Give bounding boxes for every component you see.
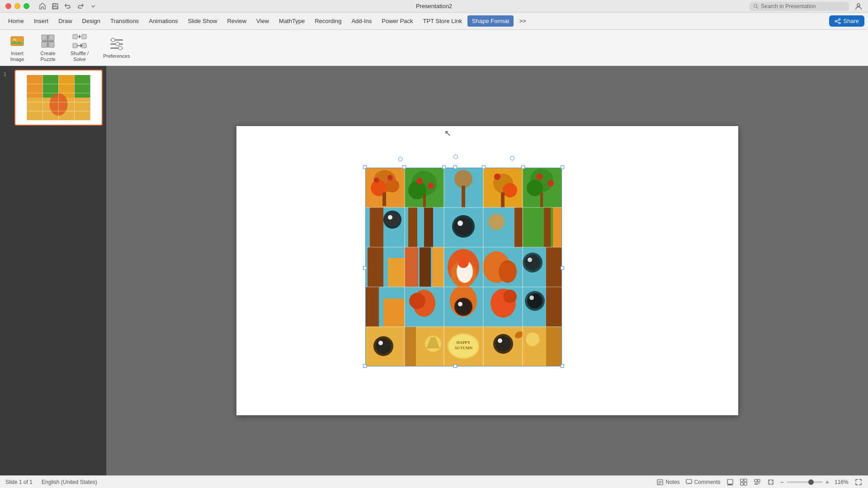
fit-icon[interactable] <box>767 478 775 486</box>
svg-point-75 <box>385 212 400 227</box>
svg-rect-164 <box>727 479 733 484</box>
toolbar-create-puzzle[interactable]: CreatePuzzle <box>36 30 60 65</box>
menu-more[interactable]: >> <box>514 15 530 27</box>
search-placeholder: Search in Presentation <box>761 3 816 9</box>
svg-rect-94 <box>405 247 418 287</box>
handle-tm[interactable] <box>453 165 457 169</box>
toolbar-insert-image[interactable]: InsertImage <box>5 30 29 65</box>
svg-point-28 <box>118 47 122 50</box>
zoom-minus[interactable]: − <box>780 479 784 486</box>
menu-design[interactable]: Design <box>78 15 105 27</box>
svg-point-120 <box>458 302 462 306</box>
handle-tr[interactable] <box>561 165 564 169</box>
handle-t4[interactable] <box>482 165 486 169</box>
svg-point-149 <box>526 333 539 346</box>
menu-shapeformat[interactable]: Shape Format <box>467 15 514 27</box>
menu-transitions[interactable]: Transitions <box>106 15 143 27</box>
handle-bl[interactable] <box>363 364 367 368</box>
handle-ml[interactable] <box>363 266 367 270</box>
toolbar-preferences[interactable]: Preferences <box>99 33 133 62</box>
svg-point-83 <box>458 221 463 226</box>
handle-t2[interactable] <box>402 165 406 169</box>
save-icon[interactable] <box>51 2 59 10</box>
fullscreen-icon[interactable] <box>854 478 863 486</box>
zoom-plus[interactable]: + <box>826 479 829 486</box>
notes-icon <box>656 479 664 486</box>
thumbnail-preview <box>15 70 102 125</box>
svg-rect-88 <box>544 207 551 247</box>
menu-tpt[interactable]: TPT Store Link <box>419 15 467 27</box>
main-content: 1 <box>0 66 868 475</box>
handle-t3[interactable] <box>442 165 446 169</box>
menu-animations[interactable]: Animations <box>144 15 182 27</box>
status-bar: Slide 1 of 1 English (United States) Not… <box>0 475 868 488</box>
rotate-handle-center[interactable] <box>453 155 458 159</box>
canvas-area[interactable]: HAPPY AUTUMN <box>106 66 868 475</box>
toolbar: InsertImage CreatePuzzle <box>0 30 868 66</box>
svg-rect-95 <box>420 247 431 287</box>
svg-rect-34 <box>75 75 90 98</box>
svg-rect-78 <box>408 207 417 247</box>
rotate-handle-left[interactable] <box>398 157 403 161</box>
toolbar-shuffle-solve[interactable]: Shuffle /Solve <box>67 30 92 65</box>
close-button[interactable] <box>5 3 11 9</box>
share-button[interactable]: Share <box>829 15 864 27</box>
handle-mr[interactable] <box>561 266 564 270</box>
comments-icon <box>685 479 693 486</box>
menu-mathtype[interactable]: MathType <box>274 15 309 27</box>
handle-bm[interactable] <box>453 364 457 368</box>
title-bar: Presentation2 Search in Presentation <box>0 0 868 13</box>
svg-rect-31 <box>27 75 43 98</box>
svg-point-123 <box>503 290 517 303</box>
svg-point-27 <box>116 42 119 46</box>
notes-button[interactable]: Notes <box>656 479 679 486</box>
menu-powerpack[interactable]: Power Pack <box>377 15 417 27</box>
rotate-handle-right[interactable] <box>510 156 514 160</box>
menu-view[interactable]: View <box>252 15 274 27</box>
title-icons <box>38 2 97 10</box>
svg-rect-79 <box>424 207 433 247</box>
handle-br[interactable] <box>561 364 564 368</box>
undo-icon[interactable] <box>64 2 72 10</box>
svg-rect-20 <box>82 34 86 39</box>
handle-t5[interactable] <box>521 165 525 169</box>
comments-button[interactable]: Comments <box>685 479 721 486</box>
normal-view-icon[interactable] <box>726 478 734 486</box>
svg-point-6 <box>839 19 840 20</box>
svg-point-128 <box>529 296 534 300</box>
shuffle-solve-label: Shuffle /Solve <box>71 51 89 62</box>
svg-rect-60 <box>462 186 465 207</box>
menu-slideshow[interactable]: Slide Show <box>183 15 222 27</box>
outline-view-icon[interactable] <box>753 478 761 486</box>
dropdown-icon[interactable] <box>89 2 97 10</box>
slide-thumbnail-1[interactable] <box>14 70 103 126</box>
menu-recording[interactable]: Recording <box>310 15 346 27</box>
search-box[interactable]: Search in Presentation <box>750 2 849 11</box>
title-right: Search in Presentation <box>750 2 863 11</box>
svg-rect-65 <box>501 192 505 207</box>
menu-insert[interactable]: Insert <box>29 15 53 27</box>
svg-rect-171 <box>758 479 760 482</box>
menu-review[interactable]: Review <box>222 15 251 27</box>
svg-point-56 <box>428 183 434 189</box>
minimize-button[interactable] <box>14 3 20 9</box>
menu-bar: Home Insert Draw Design Transitions Anim… <box>0 13 868 30</box>
grid-view-icon[interactable] <box>740 478 748 486</box>
svg-rect-51 <box>382 192 386 206</box>
zoom-slider[interactable] <box>787 481 823 483</box>
handle-tl[interactable] <box>363 165 367 169</box>
svg-text:AUTUMN: AUTUMN <box>454 346 472 350</box>
home-icon[interactable] <box>38 2 47 10</box>
svg-point-104 <box>499 260 517 283</box>
menu-addins[interactable]: Add-Ins <box>347 15 376 27</box>
svg-rect-134 <box>405 327 416 366</box>
menu-home[interactable]: Home <box>4 15 28 27</box>
menu-draw[interactable]: Draw <box>54 15 76 27</box>
zoom-level: 116% <box>835 479 849 485</box>
redo-icon[interactable] <box>76 2 85 10</box>
svg-point-76 <box>388 215 392 220</box>
user-icon[interactable] <box>854 2 863 10</box>
insert-image-icon <box>9 33 25 49</box>
svg-point-132 <box>378 341 383 345</box>
maximize-button[interactable] <box>24 3 29 9</box>
